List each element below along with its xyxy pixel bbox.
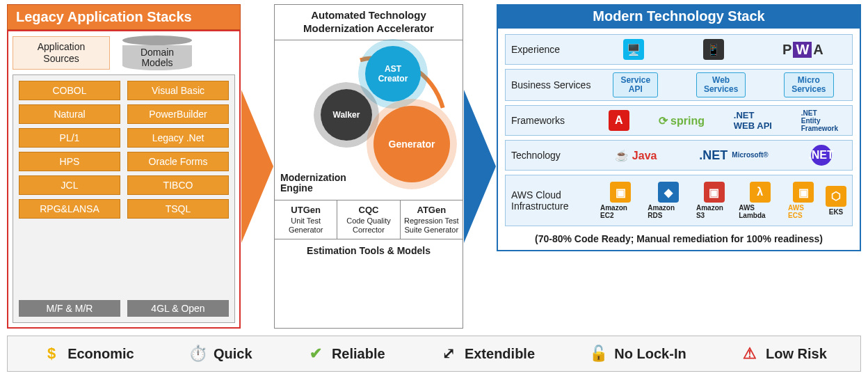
benefit-economic: $Economic [41, 343, 134, 364]
lang-chip: PL/1 [19, 128, 120, 148]
tool-utgen: UTGen Unit Test Generator [275, 200, 337, 239]
framework-webapi-icon: .NETWEB API [734, 110, 772, 131]
warning-icon: ⚠ [739, 343, 760, 364]
technology-java-icon: ☕ Java [615, 149, 657, 162]
pill-web-services: Web Services [696, 72, 746, 97]
modern-stack-panel: Modern Technology Stack Experience 🖥️ 📱 … [497, 4, 861, 329]
aws-rds-icon: ◆Amazon RDS [648, 182, 689, 219]
legacy-col-4gl: Visual Basic PowerBuilder Legacy .Net Or… [127, 81, 229, 294]
checkmark-icon: ✔ [305, 343, 326, 364]
experience-pwa-icon: PWA [782, 42, 823, 58]
gear-walker-icon: Walker [321, 89, 372, 141]
accelerator-title: Automated Technology Modernization Accel… [275, 5, 463, 40]
legacy-footer-mainframe: M/F & M/R [19, 300, 120, 317]
framework-entity-icon: .NETEntityFramework [801, 109, 838, 132]
layer-business-services: Business Services Service API Web Servic… [505, 69, 853, 101]
modernization-engine-diagram: AST Creator Walker Generator Modernizati… [275, 40, 463, 200]
expand-icon: ⤢ [438, 343, 459, 364]
pill-micro-services: Micro Services [784, 72, 833, 97]
lang-chip: TIBCO [127, 175, 229, 195]
lang-chip: Natural [19, 104, 120, 124]
lang-chip: JCL [19, 175, 120, 195]
benefit-reliable: ✔Reliable [305, 343, 385, 364]
layer-aws: AWS Cloud Infrastructure ▣Amazon EC2 ◆Am… [505, 175, 853, 226]
technology-dotnetcore-icon: .NET [811, 145, 832, 166]
aws-lambda-icon: λAWS Lambda [739, 182, 781, 219]
legacy-footer-4gl: 4GL & Open [127, 300, 229, 317]
lang-chip: TSQL [127, 199, 229, 219]
lang-chip: Oracle Forms [127, 152, 229, 171]
pill-service-api: Service API [613, 72, 658, 97]
layer-technology: Technology ☕ Java .NETMicrosoft® .NET [505, 140, 853, 171]
framework-spring-icon: ⟳ spring [659, 114, 705, 127]
lang-chip: Visual Basic [127, 81, 229, 100]
experience-responsive-icon: 🖥️ [623, 39, 644, 60]
aws-ec2-icon: ▣Amazon EC2 [600, 182, 641, 219]
technology-dotnet-icon: .NETMicrosoft® [699, 148, 768, 163]
benefit-no-lockin: 🔓No Lock-In [588, 343, 686, 364]
engine-label: Modernization Engine [280, 173, 346, 194]
experience-mobile-icon: 📱 [703, 39, 724, 60]
modern-title: Modern Technology Stack [497, 4, 861, 29]
aws-s3-icon: ▣Amazon S3 [696, 182, 732, 219]
lang-chip: PowerBuilder [127, 104, 229, 124]
tool-atgen: ATGen Regression Test Suite Generator [401, 200, 463, 239]
tools-row: UTGen Unit Test Generator CQC Code Quali… [275, 200, 463, 239]
gear-ast-creator-icon: AST Creator [365, 46, 421, 102]
arrow-right-icon [463, 4, 497, 329]
framework-angular-icon: A [609, 110, 629, 131]
lang-chip: HPS [19, 152, 120, 171]
legacy-languages-grid: COBOL Natural PL/1 HPS JCL RPG&LANSA Vis… [13, 74, 235, 323]
arrow-right-icon [241, 4, 274, 329]
benefit-low-risk: ⚠Low Risk [739, 343, 827, 364]
application-sources-box: Application Sources [13, 36, 110, 70]
legacy-stacks-panel: Legacy Application Stacks Application So… [7, 4, 241, 329]
lang-chip: RPG&LANSA [19, 199, 120, 219]
legacy-col-mainframe: COBOL Natural PL/1 HPS JCL RPG&LANSA [19, 81, 120, 294]
readiness-note: (70-80% Code Ready; Manual remediation f… [505, 230, 853, 244]
unlock-icon: 🔓 [588, 343, 609, 364]
legacy-body: Application Sources Domain Models COBOL … [7, 30, 241, 329]
layer-experience: Experience 🖥️ 📱 PWA [505, 34, 853, 65]
stopwatch-icon: ⏱️ [187, 343, 208, 364]
accelerator-panel: Automated Technology Modernization Accel… [274, 4, 463, 329]
gear-generator-icon: Generator [373, 106, 450, 182]
aws-ecs-icon: ▣AWS ECS [788, 182, 819, 219]
tool-cqc: CQC Code Quality Corrector [337, 200, 400, 239]
domain-models-cylinder: Domain Models [122, 36, 192, 70]
legacy-title: Legacy Application Stacks [7, 4, 241, 30]
benefits-bar: $Economic ⏱️Quick ✔Reliable ⤢Extendible … [7, 336, 861, 372]
lang-chip: COBOL [19, 81, 120, 100]
lang-chip: Legacy .Net [127, 128, 229, 148]
estimation-tools-label: Estimation Tools & Models [275, 239, 463, 262]
benefit-quick: ⏱️Quick [187, 343, 252, 364]
dollar-icon: $ [41, 343, 62, 364]
benefit-extendible: ⤢Extendible [438, 343, 535, 364]
layer-frameworks: Frameworks A ⟳ spring .NETWEB API .NETEn… [505, 105, 853, 136]
aws-eks-icon: ⬡EKS [826, 186, 846, 216]
